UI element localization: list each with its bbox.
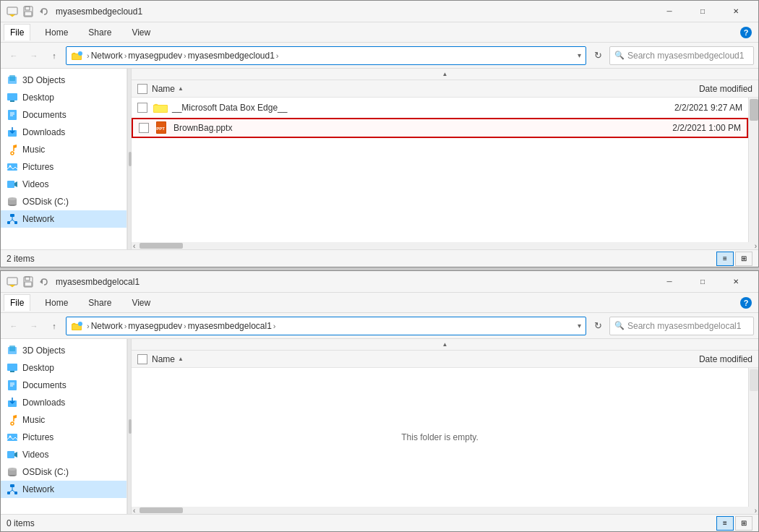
top-sidebar-item-desktop[interactable]: Desktop [1,89,126,106]
bottom-col-name-header[interactable]: Name ▲ [152,354,637,364]
top-hscroll-thumb[interactable] [140,243,183,249]
top-minimize-btn[interactable]: ─ [653,1,686,22]
bottom-hscroll-right-arrow[interactable]: › [753,507,758,515]
top-sidebar-item-documents[interactable]: Documents [1,106,126,124]
top-large-icons-view-btn[interactable]: ⊞ [735,252,752,266]
top-file-row-brownbag[interactable]: PPT BrownBag.pptx 2/2/2021 1:00 PM [132,118,748,138]
top-sidebar-item-videos[interactable]: Videos [1,176,126,193]
svg-rect-13 [10,100,14,102]
top-main-content: 3D Objects Desktop Documents [1,69,758,249]
top-sidebar-item-osdisk[interactable]: OSDisk (C:) [1,193,126,210]
bottom-sidebar-item-network[interactable]: Network [1,481,126,498]
top-address-bar[interactable]: › Network › myasegpudev › myasesmbedgecl… [66,46,586,65]
bottom-sidebar-item-music[interactable]: Music [1,411,126,429]
top-hscroll-bar[interactable]: ‹ › [132,242,758,249]
bottom-help-btn[interactable]: ? [737,295,755,311]
top-vscroll-thumb[interactable] [750,99,758,121]
bottom-col-date-header[interactable]: Date modified [637,354,752,364]
bottom-save-icon[interactable] [22,276,34,288]
svg-rect-33 [25,282,32,286]
bottom-breadcrumb-myasesmbedgelocal1[interactable]: myasesmbedgelocal1 [188,321,272,331]
bottom-breadcrumb-myasegpudev[interactable]: myasegpudev [128,321,182,331]
top-col-name-header[interactable]: Name ▲ [152,84,637,94]
top-sidebar-item-3dobjects[interactable]: 3D Objects [1,72,126,89]
top-vscroll[interactable] [748,98,758,242]
bottom-sidebar-item-pictures[interactable]: Pictures [1,429,126,446]
top-refresh-btn[interactable]: ↻ [589,47,606,64]
bottom-sidebar-item-osdisk[interactable]: OSDisk (C:) [1,463,126,481]
bottom-hscroll-thumb[interactable] [140,507,183,513]
bottom-address-bar[interactable]: › Network › myasegpudev › myasesmbedgelo… [66,317,586,335]
top-checkbox-brownbag[interactable] [139,123,149,133]
top-breadcrumb-myasegpudev[interactable]: myasegpudev [128,51,182,61]
top-select-all-checkbox[interactable] [137,84,147,94]
bottom-search-bar[interactable]: 🔍 Search myasesmbedgelocal1 [609,317,754,335]
top-sidebar-item-downloads[interactable]: Downloads [1,124,126,141]
bottom-up-btn[interactable]: ↑ [46,317,63,335]
top-breadcrumb-myasesmbedgecloud1[interactable]: myasesmbedgecloud1 [188,51,275,61]
top-search-bar[interactable]: 🔍 Search myasesmbedgecloud1 [609,46,754,65]
top-file-row-databoxedge[interactable]: __Microsoft Data Box Edge__ 2/2/2021 9:2… [132,98,748,118]
top-tab-file[interactable]: File [4,24,30,40]
top-hscroll-left-arrow[interactable]: ‹ [132,242,137,250]
bottom-window-controls[interactable]: ─ □ ✕ [653,271,752,293]
top-tab-share[interactable]: Share [82,25,117,40]
top-help-btn[interactable]: ? [737,25,755,40]
top-tab-home[interactable]: Home [39,25,74,40]
bottom-vscroll[interactable] [748,368,758,507]
bottom-close-btn[interactable]: ✕ [719,271,752,293]
bottom-forward-btn[interactable]: → [25,317,43,335]
bottom-minimize-btn[interactable]: ─ [653,271,686,293]
bottom-large-icons-view-btn[interactable]: ⊞ [735,516,752,531]
top-maximize-btn[interactable]: □ [686,1,719,22]
bottom-maximize-btn[interactable]: □ [686,271,719,293]
top-sidebar-item-network[interactable]: Network [1,210,126,228]
bottom-tab-share[interactable]: Share [82,295,117,311]
top-tab-view[interactable]: View [126,25,156,40]
bottom-sidebar-item-documents[interactable]: Documents [1,377,126,394]
bottom-hscroll-bar[interactable]: ‹ › [132,507,758,514]
top-breadcrumb-network[interactable]: Network [91,51,123,61]
bottom-tab-file[interactable]: File [4,294,30,311]
bottom-hscroll-left-arrow[interactable]: ‹ [132,507,137,515]
bottom-tab-home[interactable]: Home [39,295,74,311]
top-back-btn[interactable]: ← [5,47,22,64]
top-column-headers: Name ▲ Date modified [132,80,758,98]
bottom-sidebar-item-3dobjects[interactable]: 3D Objects [1,342,126,359]
bottom-sidebar-item-videos[interactable]: Videos [1,446,126,463]
bottom-tab-view[interactable]: View [126,295,156,311]
bottom-sidebar: 3D Objects Desktop Documents [1,339,127,514]
top-details-view-btn[interactable]: ≡ [716,252,734,266]
top-window-controls[interactable]: ─ □ ✕ [653,1,752,22]
top-forward-btn[interactable]: → [25,47,43,64]
top-sidebar-item-pictures[interactable]: Pictures [1,158,126,176]
bottom-sidebar-item-downloads[interactable]: Downloads [1,394,126,411]
bottom-vscroll-thumb[interactable] [750,369,758,391]
bottom-undo-icon[interactable] [38,276,50,288]
bottom-back-btn[interactable]: ← [5,317,22,335]
top-hscroll-right-arrow[interactable]: › [753,242,758,250]
top-sidebar-label-osdisk: OSDisk (C:) [22,197,69,207]
bottom-select-all-checkbox[interactable] [137,354,147,364]
top-col-date-header[interactable]: Date modified [637,84,752,94]
top-resize-handle[interactable] [127,69,132,249]
top-close-btn[interactable]: ✕ [719,1,752,22]
svg-rect-14 [8,110,17,120]
bottom-address-bar-row: ← → ↑ › Network › myasegpudev › myase [1,313,758,339]
bottom-sidebar-label-network: Network [22,484,54,494]
top-sidebar-item-music[interactable]: Music [1,141,126,158]
top-up-btn[interactable]: ↑ [46,47,63,64]
bottom-column-headers: Name ▲ Date modified [132,351,758,368]
bottom-refresh-btn[interactable]: ↻ [589,317,606,335]
top-sidebar-label-network: Network [22,214,54,224]
undo-icon[interactable] [38,6,50,17]
top-sidebar-label-videos: Videos [22,179,48,189]
top-checkbox-databoxedge[interactable] [137,103,147,113]
bottom-breadcrumb-network[interactable]: Network [91,321,123,331]
svg-point-9 [78,51,82,56]
top-file-list: __Microsoft Data Box Edge__ 2/2/2021 9:2… [132,98,748,242]
save-icon[interactable] [22,6,34,17]
bottom-sidebar-item-desktop[interactable]: Desktop [1,359,126,377]
bottom-details-view-btn[interactable]: ≡ [716,516,734,531]
bottom-resize-handle[interactable] [127,339,132,514]
